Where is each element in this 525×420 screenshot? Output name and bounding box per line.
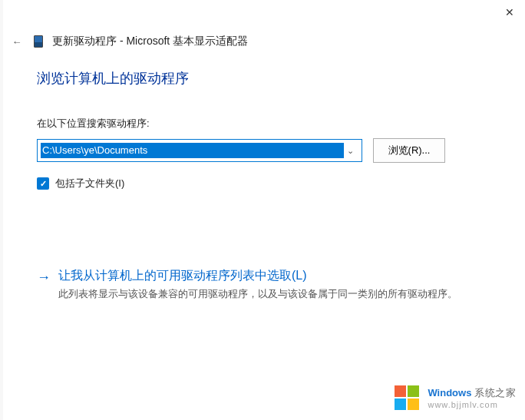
include-subfolders-checkbox[interactable]: ✓ xyxy=(37,177,49,190)
option-title: 让我从计算机上的可用驱动程序列表中选取(L) xyxy=(58,267,457,284)
windows-logo-icon xyxy=(392,383,421,412)
close-icon: ✕ xyxy=(505,6,514,18)
watermark-url: www.bjjmlv.com xyxy=(428,400,516,409)
checkmark-icon: ✓ xyxy=(40,179,47,189)
dialog-content: 浏览计算机上的驱动程序 在以下位置搜索驱动程序: C:\Users\ye\Doc… xyxy=(0,55,525,302)
watermark-brand: Windows xyxy=(428,387,471,399)
include-subfolders-row[interactable]: ✓ 包括子文件夹(I) xyxy=(37,177,488,190)
back-arrow-icon: ← xyxy=(12,36,22,48)
page-heading: 浏览计算机上的驱动程序 xyxy=(37,69,488,88)
watermark-text: Windows 系统之家 www.bjjmlv.com xyxy=(428,386,516,409)
dialog-header: ← 更新驱动程序 - Microsoft 基本显示适配器 xyxy=(0,25,525,55)
path-input-row: C:\Users\ye\Documents ⌄ 浏览(R)... xyxy=(37,138,488,163)
search-location-label: 在以下位置搜索驱动程序: xyxy=(37,117,488,131)
back-button[interactable]: ← xyxy=(9,34,25,49)
pick-from-list-option[interactable]: → 让我从计算机上的可用驱动程序列表中选取(L) 此列表将显示与该设备兼容的可用… xyxy=(37,267,488,302)
arrow-right-icon: → xyxy=(37,269,51,302)
chevron-down-icon[interactable]: ⌄ xyxy=(344,146,357,156)
watermark: Windows 系统之家 www.bjjmlv.com xyxy=(392,383,516,412)
path-value: C:\Users\ye\Documents xyxy=(41,143,344,158)
display-adapter-icon xyxy=(34,35,43,48)
window-edge xyxy=(0,0,3,420)
include-subfolders-label: 包括子文件夹(I) xyxy=(55,177,124,190)
option-text-group: 让我从计算机上的可用驱动程序列表中选取(L) 此列表将显示与该设备兼容的可用驱动… xyxy=(58,267,457,302)
watermark-slogan: 系统之家 xyxy=(474,387,516,399)
close-button[interactable]: ✕ xyxy=(500,3,519,21)
option-description: 此列表将显示与该设备兼容的可用驱动程序，以及与该设备属于同一类别的所有驱动程序。 xyxy=(58,287,457,302)
browse-button[interactable]: 浏览(R)... xyxy=(373,138,445,163)
path-combobox[interactable]: C:\Users\ye\Documents ⌄ xyxy=(37,139,362,162)
titlebar: ✕ xyxy=(0,0,525,25)
dialog-title: 更新驱动程序 - Microsoft 基本显示适配器 xyxy=(52,35,248,48)
